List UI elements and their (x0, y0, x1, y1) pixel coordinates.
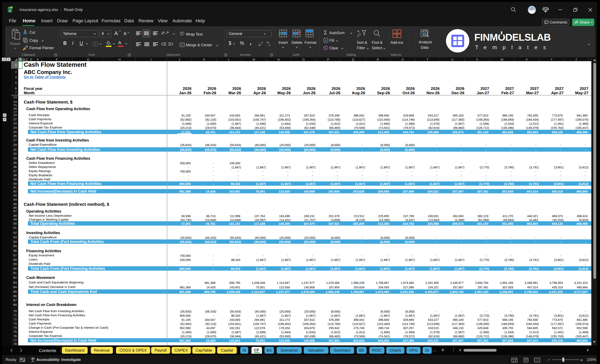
svg-text:Z: Z (357, 34, 359, 37)
svg-text:.00: .00 (266, 41, 269, 44)
svg-text:A: A (357, 29, 359, 33)
svg-text:.00: .00 (258, 44, 261, 46)
svg-text:→.0: →.0 (266, 44, 270, 46)
svg-text:←.0: ←.0 (259, 41, 263, 44)
